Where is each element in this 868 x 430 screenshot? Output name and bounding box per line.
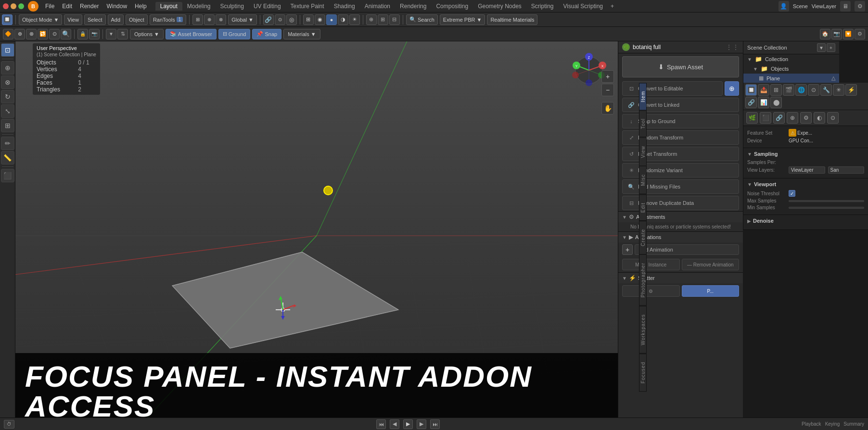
editor-type-btn[interactable]: 🔲 xyxy=(2,14,13,25)
pan-btn[interactable]: ✋ xyxy=(601,102,614,114)
user-icon[interactable]: 👤 xyxy=(779,1,789,12)
play-start-btn[interactable]: ⏮ xyxy=(376,419,386,429)
snap-icon[interactable]: 🔗 xyxy=(263,14,274,25)
cursor-tool-btn[interactable]: ⊕ xyxy=(1,61,14,75)
scatter-section-header[interactable]: ▼ ⚡ Scatter xyxy=(618,272,743,283)
tab-animation[interactable]: Animation xyxy=(360,2,395,11)
extra-tab-3[interactable]: ⚙ xyxy=(800,112,812,124)
menu-window[interactable]: Window xyxy=(102,2,131,11)
scatter-btn-1[interactable]: ⚙ xyxy=(622,285,680,297)
viewport-section-header[interactable]: ▼ Viewport xyxy=(747,181,864,187)
extra-tab-4[interactable]: ◐ xyxy=(814,112,825,124)
timeline-icon[interactable]: ⏱ xyxy=(4,420,14,429)
scene-icon-btn[interactable]: 🏠 xyxy=(820,29,830,39)
play-end-btn[interactable]: ⏭ xyxy=(430,419,440,429)
panel-menu-btn[interactable]: ⋮⋮ xyxy=(726,43,739,51)
tab-compositing[interactable]: Compositing xyxy=(431,2,473,11)
tab-modeling[interactable]: Modeling xyxy=(182,2,216,11)
convert-editable-btn[interactable]: ⊡ Convert to Editable xyxy=(622,81,723,96)
asset-browser-btn[interactable]: 📚 Asset Browser xyxy=(166,29,217,39)
tab-sculpting[interactable]: Sculpting xyxy=(216,2,249,11)
add-workspace-btn[interactable]: + xyxy=(608,2,617,11)
global-dropdown[interactable]: Global ▼ xyxy=(228,14,257,25)
wireframe-icon[interactable]: ◉ xyxy=(315,14,325,25)
xray-icon[interactable]: ⊟ xyxy=(389,14,400,25)
maximize-window-btn[interactable] xyxy=(18,3,24,9)
camera-icon[interactable]: 📷 xyxy=(89,29,100,39)
zoom-in-btn[interactable]: + xyxy=(601,70,614,83)
play-btn[interactable]: ▶ xyxy=(403,419,413,429)
view-lock-icon[interactable]: 🔒 xyxy=(77,29,88,39)
transform-icon-3[interactable]: ⊗ xyxy=(216,14,226,25)
botaniq-tab[interactable]: 🌿 xyxy=(746,112,758,124)
prev-frame-btn[interactable]: ◀ xyxy=(390,419,399,429)
solid-mode-icon[interactable]: ● xyxy=(326,14,337,25)
search-small-icon[interactable]: 🔍 xyxy=(61,29,71,39)
tab-misc[interactable]: Misc xyxy=(639,166,647,194)
denoise-header[interactable]: ▶ Denoise xyxy=(747,218,864,224)
object-mode-dropdown[interactable]: Object Mode ▼ xyxy=(19,14,62,25)
editor-icon-3[interactable]: ⊗ xyxy=(26,29,37,39)
proportional-icon[interactable]: ◎ xyxy=(286,14,297,25)
make-instance-btn[interactable]: Make Instance xyxy=(622,259,680,270)
rendered-icon[interactable]: ☀ xyxy=(349,14,360,25)
materials-dropdown[interactable]: Materials ▼ xyxy=(283,29,320,39)
tab-focused[interactable]: Focused xyxy=(639,354,647,392)
gizmo-icon[interactable]: ⊕ xyxy=(366,14,377,25)
viewport[interactable]: + − ✋ xyxy=(15,41,618,430)
tab-scripting[interactable]: Scripting xyxy=(526,2,559,11)
options-btn[interactable]: Options ▼ xyxy=(130,29,164,39)
max-samples-input[interactable] xyxy=(789,200,864,202)
object-props-tab[interactable]: ⊙ xyxy=(808,84,819,96)
extreme-pbr-dropdown[interactable]: Extreme PBR ▼ xyxy=(440,14,485,25)
select-tool-btn[interactable]: ⊡ xyxy=(1,43,14,57)
editor-icon-2[interactable]: ⊕ xyxy=(14,29,25,39)
extra-tab-1[interactable]: 🔗 xyxy=(773,112,785,124)
scatter-btn-2[interactable]: P... xyxy=(682,285,740,297)
remove-animation-btn[interactable]: — Remove Animation xyxy=(682,259,740,270)
viewport-icon-btn[interactable]: 🖥 xyxy=(840,1,851,12)
tab-create[interactable]: Create xyxy=(639,221,647,254)
close-window-btn[interactable] xyxy=(3,3,9,9)
world-props-tab[interactable]: 🌐 xyxy=(795,84,807,96)
tab-view[interactable]: View xyxy=(639,138,647,166)
snap-btn[interactable]: 📌 Snap xyxy=(252,29,281,39)
spawn-asset-btn[interactable]: ⬇ Spawn Asset xyxy=(622,56,739,77)
tab-uv-editing[interactable]: UV Editing xyxy=(249,2,286,11)
settings-icon-btn[interactable]: ⚙ xyxy=(855,1,865,12)
material-props-tab[interactable]: ⬤ xyxy=(770,97,782,108)
search-btn[interactable]: 🔍 Search xyxy=(406,14,438,25)
filter-icon[interactable]: ▼ xyxy=(106,29,116,39)
realtime-materials-btn[interactable]: Realtime Materials xyxy=(487,14,537,25)
particles-props-tab[interactable]: ✳ xyxy=(833,84,844,96)
material-preview-icon[interactable]: ◑ xyxy=(338,14,348,25)
overlay-toggle-icon[interactable]: ⊞ xyxy=(378,14,388,25)
min-samples-input[interactable] xyxy=(789,207,864,209)
objects-collection-item[interactable]: ▼ 📁 Objects xyxy=(743,64,839,74)
view-layer-props-tab[interactable]: ⊞ xyxy=(770,84,782,96)
select-menu-btn[interactable]: Select xyxy=(84,14,106,25)
measure-tool-btn[interactable]: 📏 xyxy=(1,151,14,164)
convert-editable-extra-btn[interactable]: ⊕ xyxy=(725,81,739,96)
menu-edit[interactable]: Edit xyxy=(58,2,76,11)
tab-edit[interactable]: Edit xyxy=(639,194,647,221)
settings-btn-2[interactable]: ⚙ xyxy=(855,29,865,39)
physics-props-tab[interactable]: ⚡ xyxy=(845,84,857,96)
extra-tab-2[interactable]: ⊕ xyxy=(787,112,798,124)
menu-help[interactable]: Help xyxy=(131,2,151,11)
modifier-props-tab[interactable]: 🔧 xyxy=(820,84,832,96)
scene-add-icon[interactable]: + xyxy=(827,43,835,52)
noise-threshold-checkbox[interactable]: ✓ xyxy=(789,190,795,197)
annotate-tool-btn[interactable]: ✏ xyxy=(1,137,14,150)
zoom-out-btn[interactable]: − xyxy=(601,84,614,96)
editor-icon-1[interactable]: 🔶 xyxy=(3,29,13,39)
minimize-window-btn[interactable] xyxy=(11,3,16,9)
extreme-pbr-tab[interactable]: ⬛ xyxy=(760,112,771,124)
scale-tool-btn[interactable]: ⤡ xyxy=(1,104,14,118)
extra-tab-5[interactable]: ⊙ xyxy=(827,112,839,124)
view-menu-btn[interactable]: View xyxy=(64,14,82,25)
move-tool-btn[interactable]: ⊗ xyxy=(1,76,14,89)
adjustments-section-header[interactable]: ▼ ⚙ Adjustments xyxy=(618,211,743,222)
pivot-icon[interactable]: ⊙ xyxy=(275,14,285,25)
tab-workspaces[interactable]: Workspaces xyxy=(639,306,647,354)
